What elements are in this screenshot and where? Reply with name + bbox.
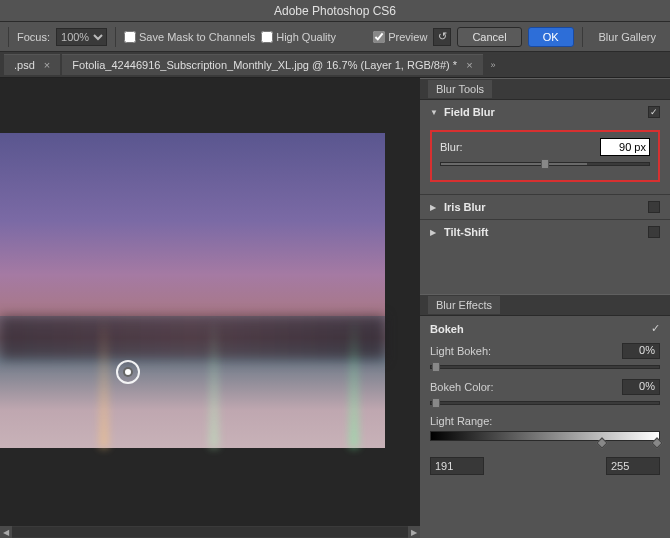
light-range-low[interactable]: 191 (430, 457, 484, 475)
scroll-right-icon[interactable]: ▶ (408, 526, 420, 538)
iris-blur-header[interactable]: ▶ Iris Blur (420, 195, 670, 219)
high-quality-check[interactable] (261, 31, 273, 43)
light-range-label: Light Range: (430, 415, 492, 427)
tab-label: .psd (14, 59, 35, 71)
tab-overflow-icon[interactable]: » (491, 60, 496, 70)
save-mask-label: Save Mask to Channels (139, 31, 255, 43)
bokeh-color-label: Bokeh Color: (430, 381, 494, 393)
field-blur-section: ▼ Field Blur ✓ Blur: (420, 100, 670, 195)
tilt-shift-section: ▶ Tilt-Shift (420, 220, 670, 244)
bokeh-header: Bokeh ✓ (420, 316, 670, 341)
document-tab-bar: .psd × Fotolia_42446916_Subscription_Mon… (0, 52, 670, 78)
blur-gallery-link[interactable]: Blur Gallery (591, 31, 664, 43)
focus-select[interactable]: 100% (56, 28, 107, 46)
tab-label: Fotolia_42446916_Subscription_Monthly_XL… (72, 59, 457, 71)
document-image[interactable] (0, 133, 385, 448)
ok-button[interactable]: OK (528, 27, 574, 47)
title-bar: Adobe Photoshop CS6 (0, 0, 670, 22)
reset-icon[interactable]: ↺ (433, 28, 451, 46)
preview-checkbox[interactable]: Preview (373, 31, 427, 43)
slider-thumb[interactable] (541, 159, 549, 169)
preview-label: Preview (388, 31, 427, 43)
range-low-thumb[interactable] (596, 437, 607, 448)
blur-label: Blur: (440, 141, 594, 153)
right-panels: Blur Tools ▼ Field Blur ✓ Blur: (420, 78, 670, 538)
tilt-shift-toggle[interactable] (648, 226, 660, 238)
save-mask-checkbox[interactable]: Save Mask to Channels (124, 31, 255, 43)
document-tab[interactable]: .psd × (4, 54, 60, 75)
bokeh-color-slider[interactable] (430, 401, 660, 405)
panel-title: Blur Tools (428, 80, 492, 98)
blur-effects-panel-header: Blur Effects (420, 294, 670, 316)
tilt-shift-title: Tilt-Shift (444, 226, 642, 238)
cancel-button[interactable]: Cancel (457, 27, 521, 47)
document-tab[interactable]: Fotolia_42446916_Subscription_Monthly_XL… (62, 54, 482, 75)
scroll-track[interactable] (12, 527, 408, 537)
slider-thumb[interactable] (432, 362, 440, 372)
blur-pin[interactable] (116, 360, 140, 384)
bokeh-toggle[interactable]: ✓ (651, 322, 660, 335)
separator (8, 27, 9, 47)
disclosure-right-icon: ▶ (430, 228, 438, 237)
field-blur-toggle[interactable]: ✓ (648, 106, 660, 118)
canvas-area[interactable]: ◀ ▶ (0, 78, 420, 538)
field-blur-title: Field Blur (444, 106, 642, 118)
range-high-thumb[interactable] (651, 437, 662, 448)
preview-check[interactable] (373, 31, 385, 43)
panel-title: Blur Effects (428, 296, 500, 314)
disclosure-right-icon: ▶ (430, 203, 438, 212)
blur-slider[interactable] (440, 162, 650, 166)
app-title: Adobe Photoshop CS6 (274, 4, 396, 18)
bokeh-color-value[interactable]: 0% (622, 379, 660, 395)
light-bokeh-label: Light Bokeh: (430, 345, 491, 357)
light-bokeh-value[interactable]: 0% (622, 343, 660, 359)
disclosure-down-icon: ▼ (430, 108, 438, 117)
bokeh-color-group: Bokeh Color: 0% (420, 377, 670, 413)
blur-tools-panel-header: Blur Tools (420, 78, 670, 100)
light-bokeh-slider[interactable] (430, 365, 660, 369)
high-quality-checkbox[interactable]: High Quality (261, 31, 336, 43)
bokeh-title: Bokeh (430, 323, 651, 335)
slider-thumb[interactable] (432, 398, 440, 408)
options-bar: Focus: 100% Save Mask to Channels High Q… (0, 22, 670, 52)
iris-blur-title: Iris Blur (444, 201, 642, 213)
blur-value-input[interactable] (600, 138, 650, 156)
iris-blur-section: ▶ Iris Blur (420, 195, 670, 220)
close-icon[interactable]: × (466, 59, 472, 71)
scroll-left-icon[interactable]: ◀ (0, 526, 12, 538)
light-range-group: Light Range: (420, 413, 670, 449)
separator (582, 27, 583, 47)
light-range-high[interactable]: 255 (606, 457, 660, 475)
focus-label: Focus: (17, 31, 50, 43)
save-mask-check[interactable] (124, 31, 136, 43)
close-icon[interactable]: × (44, 59, 50, 71)
light-range-values: 191 255 (420, 449, 670, 483)
high-quality-label: High Quality (276, 31, 336, 43)
iris-blur-toggle[interactable] (648, 201, 660, 213)
light-range-gradient[interactable] (430, 431, 660, 441)
blur-highlight-box: Blur: (430, 130, 660, 182)
light-bokeh-group: Light Bokeh: 0% (420, 341, 670, 377)
separator (115, 27, 116, 47)
tilt-shift-header[interactable]: ▶ Tilt-Shift (420, 220, 670, 244)
horizontal-scrollbar[interactable]: ◀ ▶ (0, 526, 420, 538)
field-blur-header[interactable]: ▼ Field Blur ✓ (420, 100, 670, 124)
